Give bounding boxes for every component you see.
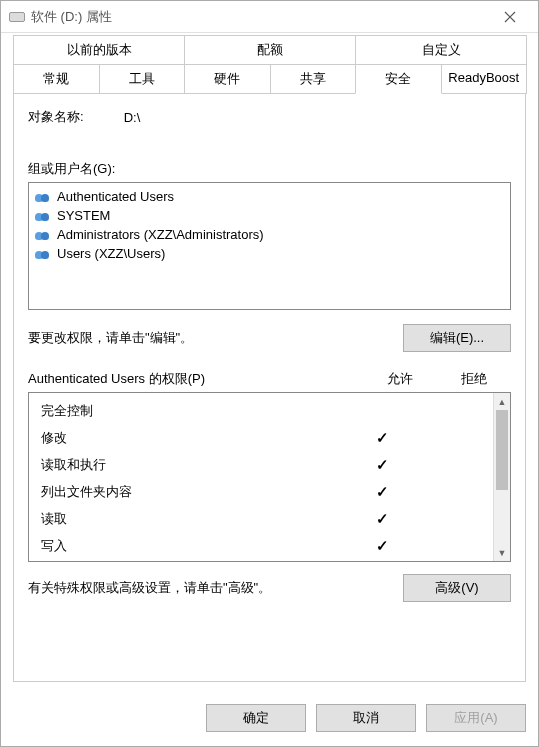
permission-row: 列出文件夹内容✓ — [41, 478, 493, 505]
groups-listbox[interactable]: Authenticated UsersSYSTEMAdministrators … — [28, 182, 511, 310]
tab-配额[interactable]: 配额 — [184, 35, 356, 65]
permission-row: 写入✓ — [41, 532, 493, 559]
group-item[interactable]: Authenticated Users — [35, 187, 504, 206]
groups-label: 组或用户名(G): — [28, 160, 511, 178]
apply-button[interactable]: 应用(A) — [426, 704, 526, 732]
advanced-hint-text: 有关特殊权限或高级设置，请单击"高级"。 — [28, 579, 271, 597]
scroll-up-button[interactable]: ▲ — [494, 393, 510, 410]
tab-以前的版本[interactable]: 以前的版本 — [13, 35, 185, 65]
group-item-label: Authenticated Users — [57, 189, 174, 204]
cancel-button[interactable]: 取消 — [316, 704, 416, 732]
permission-name: 列出文件夹内容 — [41, 483, 345, 501]
drive-icon — [9, 12, 25, 22]
permissions-col-allow: 允许 — [363, 370, 437, 388]
close-button[interactable] — [490, 3, 530, 31]
group-item-label: SYSTEM — [57, 208, 110, 223]
group-item[interactable]: Administrators (XZZ\Administrators) — [35, 225, 504, 244]
permission-row: 读取✓ — [41, 505, 493, 532]
permission-name: 完全控制 — [41, 402, 345, 420]
dialog-footer: 确定 取消 应用(A) — [1, 694, 538, 746]
object-name-label: 对象名称: — [28, 108, 84, 126]
titlebar: 软件 (D:) 属性 — [1, 1, 538, 33]
permission-row: 完全控制 — [41, 397, 493, 424]
group-item[interactable]: SYSTEM — [35, 206, 504, 225]
permission-allow: ✓ — [345, 483, 419, 501]
tab-strip: 以前的版本配额自定义 常规工具硬件共享安全ReadyBoost — [1, 33, 538, 93]
ok-button[interactable]: 确定 — [206, 704, 306, 732]
tab-自定义[interactable]: 自定义 — [355, 35, 527, 65]
permission-row: 修改✓ — [41, 424, 493, 451]
permission-name: 读取和执行 — [41, 456, 345, 474]
group-item-label: Users (XZZ\Users) — [57, 246, 165, 261]
tab-工具[interactable]: 工具 — [99, 64, 186, 94]
permission-row: 读取和执行✓ — [41, 451, 493, 478]
scroll-down-button[interactable]: ▼ — [494, 544, 510, 561]
permission-allow: ✓ — [345, 429, 419, 447]
tab-安全[interactable]: 安全 — [355, 64, 442, 94]
tab-ReadyBoost[interactable]: ReadyBoost — [441, 64, 528, 94]
permission-allow: ✓ — [345, 510, 419, 528]
tab-content-security: 对象名称: D:\ 组或用户名(G): Authenticated UsersS… — [13, 93, 526, 682]
properties-dialog: 软件 (D:) 属性 以前的版本配额自定义 常规工具硬件共享安全ReadyBoo… — [0, 0, 539, 747]
users-icon — [35, 190, 53, 204]
tab-常规[interactable]: 常规 — [13, 64, 100, 94]
object-name-value: D:\ — [124, 110, 141, 125]
edit-button[interactable]: 编辑(E)... — [403, 324, 511, 352]
permission-allow: ✓ — [345, 456, 419, 474]
permission-name: 修改 — [41, 429, 345, 447]
edit-hint-text: 要更改权限，请单击"编辑"。 — [28, 329, 193, 347]
permission-allow: ✓ — [345, 537, 419, 555]
permission-name: 写入 — [41, 537, 345, 555]
permissions-listbox: 完全控制修改✓读取和执行✓列出文件夹内容✓读取✓写入✓ ▲ ▼ — [28, 392, 511, 562]
group-item[interactable]: Users (XZZ\Users) — [35, 244, 504, 263]
users-icon — [35, 247, 53, 261]
permissions-header: Authenticated Users 的权限(P) — [28, 370, 363, 388]
tab-硬件[interactable]: 硬件 — [184, 64, 271, 94]
window-title: 软件 (D:) 属性 — [31, 8, 490, 26]
scroll-thumb[interactable] — [496, 410, 508, 490]
users-icon — [35, 209, 53, 223]
advanced-button[interactable]: 高级(V) — [403, 574, 511, 602]
tab-共享[interactable]: 共享 — [270, 64, 357, 94]
permission-name: 读取 — [41, 510, 345, 528]
permissions-col-deny: 拒绝 — [437, 370, 511, 388]
scrollbar[interactable]: ▲ ▼ — [493, 393, 510, 561]
group-item-label: Administrators (XZZ\Administrators) — [57, 227, 264, 242]
users-icon — [35, 228, 53, 242]
